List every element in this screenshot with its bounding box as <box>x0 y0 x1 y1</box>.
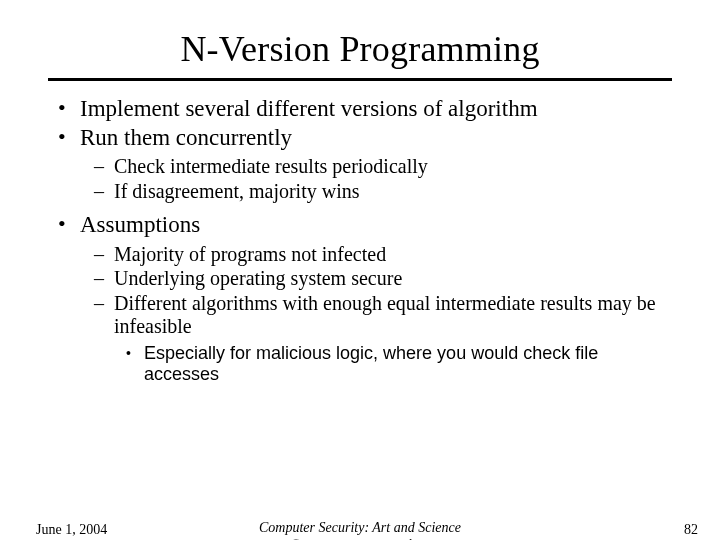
bullet-text: Check intermediate results periodically <box>114 155 428 177</box>
sub-bullet-group: Majority of programs not infected Underl… <box>36 243 684 386</box>
bullet-level2: Majority of programs not infected <box>36 243 684 267</box>
bullet-text: If disagreement, majority wins <box>114 180 360 202</box>
bullet-text: Implement several different versions of … <box>80 96 538 121</box>
bullet-level1: Implement several different versions of … <box>36 95 684 122</box>
bullet-text: Assumptions <box>80 212 200 237</box>
slide: N-Version Programming Implement several … <box>0 28 720 540</box>
slide-title: N-Version Programming <box>0 28 720 70</box>
bullet-level2: Underlying operating system secure <box>36 267 684 291</box>
bullet-text: Different algorithms with enough equal i… <box>114 292 656 338</box>
bullet-level1: Assumptions <box>36 211 684 238</box>
bullet-level2: Check intermediate results periodically <box>36 155 684 179</box>
bullet-text: Underlying operating system secure <box>114 267 402 289</box>
bullet-level2: If disagreement, majority wins <box>36 180 684 204</box>
bullet-text: Especially for malicious logic, where yo… <box>144 343 598 384</box>
slide-footer: June 1, 2004 Computer Security: Art and … <box>0 520 720 540</box>
slide-body: Implement several different versions of … <box>36 95 684 385</box>
bullet-text: Majority of programs not infected <box>114 243 386 265</box>
footer-book-title: Computer Security: Art and Science <box>0 520 720 536</box>
subsub-bullet-group: Especially for malicious logic, where yo… <box>36 343 684 385</box>
sub-bullet-group: Check intermediate results periodically … <box>36 155 684 203</box>
footer-copyright: © 2002-2004 Matt Bishop <box>0 536 720 540</box>
footer-page-number: 82 <box>684 522 698 538</box>
bullet-level1: Run them concurrently <box>36 124 684 151</box>
bullet-level2: Different algorithms with enough equal i… <box>36 292 684 339</box>
title-underline <box>48 78 672 81</box>
bullet-level3: Especially for malicious logic, where yo… <box>36 343 684 385</box>
footer-center: Computer Security: Art and Science © 200… <box>0 520 720 540</box>
bullet-text: Run them concurrently <box>80 125 292 150</box>
